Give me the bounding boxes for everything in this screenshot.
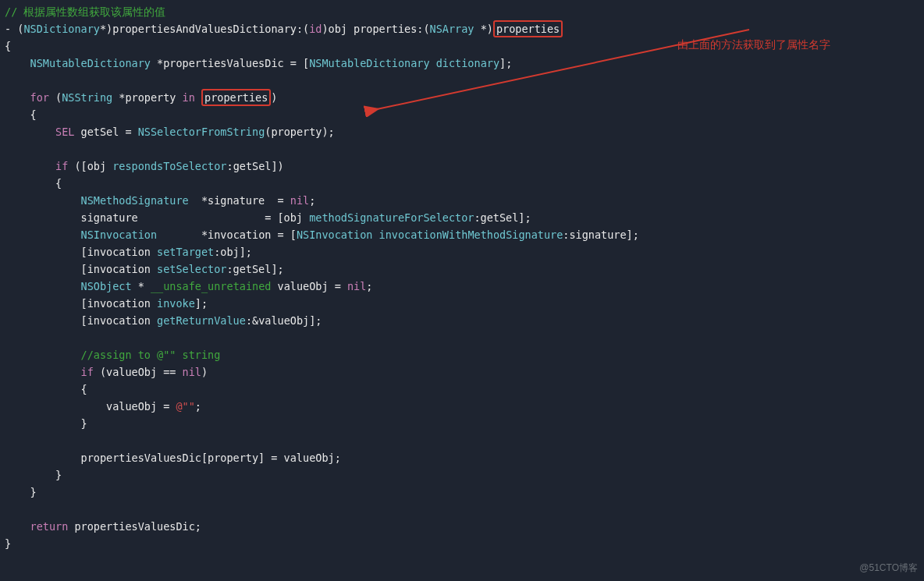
code-line: return propertiesValuesDic; bbox=[5, 520, 201, 533]
code-line: [invocation invoke]; bbox=[5, 297, 208, 310]
code-line: [invocation getReturnValue:&valueObj]; bbox=[5, 314, 322, 327]
code-block: // 根据属性数组获取该属性的值 - (NSDictionary*)proper… bbox=[0, 0, 924, 552]
highlight-box-properties-loop: properties bbox=[201, 89, 271, 106]
code-line: } bbox=[5, 486, 37, 498]
code-line: signature = [obj methodSignatureForSelec… bbox=[5, 211, 531, 224]
code-line: if (valueObj == nil) bbox=[5, 366, 208, 378]
code-line: { bbox=[5, 383, 87, 395]
code-line: - (NSDictionary*)propertiesAndValuesDict… bbox=[5, 23, 563, 35]
code-line: // 根据属性数组获取该属性的值 bbox=[5, 5, 165, 18]
watermark: @51CTO博客 bbox=[859, 559, 918, 576]
code-line: NSInvocation *invocation = [NSInvocation… bbox=[5, 229, 639, 241]
code-line: if ([obj respondsToSelector:getSel]) bbox=[5, 160, 284, 172]
code-line: [invocation setTarget:obj]; bbox=[5, 246, 252, 258]
code-line: } bbox=[5, 537, 11, 550]
code-line: } bbox=[5, 469, 62, 481]
code-line: NSMethodSignature *signature = nil; bbox=[5, 194, 315, 207]
code-line: valueObj = @""; bbox=[5, 400, 201, 413]
code-line: } bbox=[5, 417, 87, 430]
code-line: [invocation setSelector:getSel]; bbox=[5, 263, 284, 275]
code-line: NSObject * __unsafe_unretained valueObj … bbox=[5, 280, 372, 292]
code-line: for (NSString *property in properties) bbox=[5, 91, 277, 104]
code-line: NSMutableDictionary *propertiesValuesDic… bbox=[5, 57, 512, 69]
code-line: { bbox=[5, 108, 37, 121]
code-line: SEL getSel = NSSelectorFromString(proper… bbox=[5, 126, 335, 138]
highlight-box-properties-param: properties bbox=[493, 20, 563, 37]
annotation-text: 由上面的方法获取到了属性名字 bbox=[677, 36, 830, 53]
code-line: //assign to @"" string bbox=[5, 349, 220, 361]
code-line: { bbox=[5, 177, 62, 190]
code-line: { bbox=[5, 40, 11, 52]
code-line: propertiesValuesDic[property] = valueObj… bbox=[5, 452, 341, 464]
